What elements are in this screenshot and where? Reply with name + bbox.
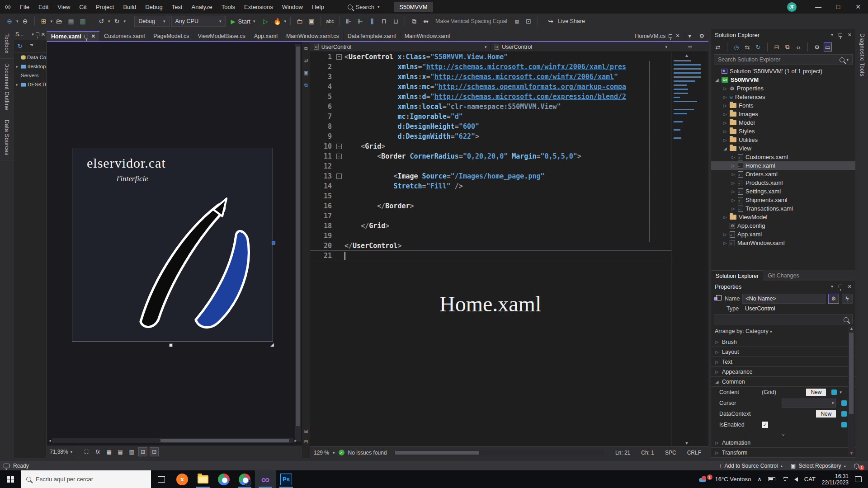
server-item-dataconnect[interactable]: Data Connect (14, 53, 47, 62)
tree-item-shipments-xaml[interactable]: ▷Shipments.xaml (711, 196, 855, 204)
properties-scrollbar[interactable]: ▲ ▼ (848, 326, 854, 455)
menu-file[interactable]: File (15, 0, 34, 14)
expand-arrow[interactable]: ▷ (731, 198, 736, 202)
tree-item-products-xaml[interactable]: ▷Products.xaml (711, 178, 855, 187)
expander-chevron[interactable]: ⌄ (711, 430, 855, 438)
chevron-down-icon[interactable]: ▾ (846, 57, 849, 62)
tree-item-mainwindow-xaml[interactable]: ▷MainWindow.xaml (711, 239, 855, 247)
language-indicator[interactable]: CAT (804, 476, 816, 483)
tree-item-references[interactable]: ▷⧈References (711, 93, 855, 101)
file-explorer-taskbar-button[interactable] (193, 470, 213, 488)
scroll-up-icon[interactable]: ▲ (684, 53, 689, 58)
diagnostic-tools-tab[interactable]: Diagnostic Tools (855, 29, 868, 81)
chrome-profile-taskbar-button[interactable] (234, 470, 255, 488)
menu-tools[interactable]: Tools (217, 0, 240, 14)
swap-panes-icon[interactable]: ⧉ (304, 46, 308, 52)
tab-homevm[interactable]: HomeVM.cs ✕ (631, 31, 684, 41)
xampp-taskbar-button[interactable]: x (172, 470, 193, 488)
group-icon[interactable]: ⧈ (512, 16, 522, 27)
panel-tab-git-changes[interactable]: Git Changes (763, 270, 803, 281)
expand-arrow[interactable]: ▷ (723, 129, 727, 134)
search-button[interactable]: Search ▾ (341, 2, 386, 12)
scroll-down-icon[interactable]: ▼ (849, 451, 854, 455)
menu-view[interactable]: View (53, 0, 75, 14)
menu-test[interactable]: Test (167, 0, 187, 14)
code-line-8[interactable]: 8 d:DesignHeight="600" (310, 122, 672, 131)
new-project-icon[interactable]: ⊞ (39, 16, 49, 27)
xaml-designer-surface[interactable]: elservidor.cat l'interficie ◢ ◂ ▸ 71,38%… (47, 42, 302, 458)
code-line-13[interactable]: 13− <Image Source="/Images/home_page.png… (310, 171, 672, 181)
tab-mainwindow-xaml-cs[interactable]: MainWindow.xaml.cs (282, 31, 344, 41)
tab-home-xaml[interactable]: Home.xaml✕ (47, 31, 100, 41)
menu-project[interactable]: Project (91, 0, 118, 14)
pin-icon[interactable] (85, 35, 88, 38)
fold-collapse-icon[interactable]: − (336, 144, 342, 149)
zoom-value[interactable]: 71,38% (50, 449, 68, 455)
category-appearance[interactable]: ▷Appearance (711, 367, 855, 377)
redo-icon[interactable]: ↻ (112, 16, 122, 27)
eol-indicator[interactable]: CRLF (684, 450, 705, 456)
snap-grid-icon[interactable]: ▤ (116, 447, 125, 456)
xaml-view-icon[interactable]: ⊟ (304, 439, 308, 445)
align-lefts-icon[interactable]: ⊪ (344, 16, 354, 27)
column-indicator[interactable]: Ch: 1 (637, 450, 658, 456)
split-window-handle[interactable]: ⇹ (671, 42, 708, 52)
expand-arrow[interactable]: ▷ (723, 232, 727, 237)
snap-to-snaplines-icon[interactable]: ⊡ (150, 447, 159, 456)
code-line-10[interactable]: 10− <Grid> (310, 141, 672, 151)
fold-collapse-icon[interactable]: − (336, 54, 342, 60)
tree-item-utilities[interactable]: ▷Utilities (711, 136, 855, 144)
vertical-spacing-label[interactable]: Make Vertical Spacing Equal (433, 18, 510, 24)
chevron-down-icon[interactable]: ▾ (333, 450, 335, 455)
advanced-options-icon[interactable] (841, 400, 847, 406)
hidden-icons-chevron[interactable]: ∧ (757, 476, 762, 483)
category-automation[interactable]: ▷Automation (711, 438, 855, 448)
code-area[interactable]: 1−<UserControl x:Class="S50MVVM.View.Hom… (310, 52, 672, 445)
save-all-icon[interactable]: ▥ (78, 16, 88, 27)
advanced-options-icon[interactable] (841, 411, 847, 417)
tree-item-images[interactable]: ▷Images (711, 110, 855, 118)
tab-datatemplate-xaml[interactable]: DataTemplate.xaml (344, 31, 401, 41)
category-miscellaneous[interactable]: ▷Miscellaneous (711, 458, 855, 458)
connect-database-icon[interactable]: ❞ (28, 42, 36, 51)
expand-arrow[interactable]: ▷ (731, 172, 736, 177)
panel-tab-solution-explorer[interactable]: Solution Explorer (711, 270, 763, 281)
close-icon[interactable]: ✕ (675, 33, 679, 39)
code-line-4[interactable]: 4 xmlns:mc="http://schemas.openxmlformat… (310, 82, 672, 92)
expand-arrow[interactable]: ▷ (723, 121, 727, 125)
tree-item-orders-xaml[interactable]: ▷Orders.xaml (711, 170, 855, 178)
tree-item-app-xaml[interactable]: ▷App.xaml (711, 230, 855, 239)
breadcrumb-left[interactable]: ‹› UserControl ▾ (310, 42, 491, 52)
notifications-bell-button[interactable]: 1 (854, 461, 864, 470)
battery-icon[interactable] (768, 477, 775, 481)
fold-column[interactable]: − (335, 52, 344, 62)
category-layout[interactable]: ▷Layout (711, 347, 855, 357)
close-icon[interactable]: ✕ (91, 33, 95, 39)
code-line-5[interactable]: 5 xmlns:d="http://schemas.microsoft.com/… (310, 92, 672, 102)
close-icon[interactable]: ✕ (848, 32, 852, 38)
gear-icon[interactable]: ⚙ (695, 31, 708, 41)
scroll-left-icon[interactable]: ◂ (49, 438, 51, 443)
value-dropdown[interactable]: ▾ (782, 399, 836, 408)
tree-item-styles[interactable]: ▷Styles (711, 127, 855, 136)
tab-viewmodelbase-cs[interactable]: ViewModelBase.cs (193, 31, 250, 41)
gridlines-icon[interactable]: ▥ (127, 447, 136, 456)
show-all-files-icon[interactable]: ⧉ (783, 42, 792, 52)
minimize-button[interactable]: — (808, 0, 828, 14)
chevron-down-icon[interactable]: ▾ (831, 33, 833, 37)
snaplines-toggle-icon[interactable]: ⊞ (138, 447, 147, 456)
scroll-up-icon[interactable]: ▲ (849, 326, 854, 331)
tree-item-transactions-xaml[interactable]: ▷Transactions.xaml (711, 204, 855, 213)
tab-app-xaml[interactable]: App.xaml (250, 31, 282, 41)
zoom-fit-icon[interactable]: ⛶ (82, 447, 91, 456)
code-line-19[interactable]: 19 (310, 231, 672, 241)
fold-collapse-icon[interactable]: − (336, 154, 342, 159)
scrollbar-thumb[interactable] (395, 451, 479, 455)
category-common[interactable]: ◢Common (711, 377, 855, 387)
menu-analyze[interactable]: Analyze (187, 0, 217, 14)
menu-debug[interactable]: Debug (141, 0, 167, 14)
expand-arrow[interactable]: ▷ (723, 241, 727, 245)
chevron-down-icon[interactable]: ▾ (32, 32, 34, 37)
avatar[interactable]: JF (787, 2, 797, 12)
refresh-icon[interactable]: ↻ (754, 42, 762, 52)
